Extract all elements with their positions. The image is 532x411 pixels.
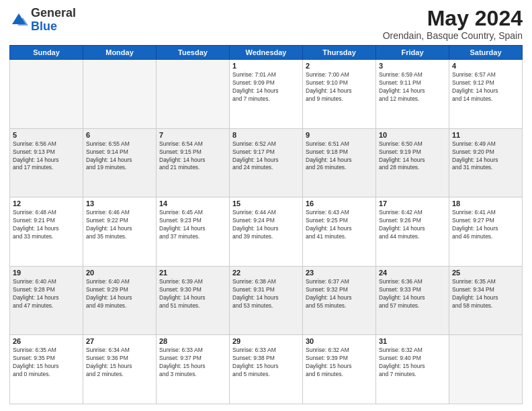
- calendar-cell: 26Sunrise: 6:35 AMSunset: 9:35 PMDayligh…: [10, 335, 83, 404]
- calendar-cell: [449, 335, 523, 404]
- day-number: 30: [306, 337, 373, 345]
- day-info: Sunrise: 6:57 AMSunset: 9:12 PMDaylight:…: [452, 71, 519, 103]
- weekday-header: Friday: [376, 46, 449, 60]
- calendar-cell: 27Sunrise: 6:34 AMSunset: 9:36 PMDayligh…: [83, 335, 157, 404]
- weekday-header: Tuesday: [157, 46, 230, 60]
- day-number: 17: [379, 199, 446, 208]
- calendar-week-row: 5Sunrise: 6:56 AMSunset: 9:13 PMDaylight…: [10, 128, 523, 197]
- logo-text: General Blue: [31, 7, 76, 34]
- calendar-cell: 28Sunrise: 6:33 AMSunset: 9:37 PMDayligh…: [157, 335, 230, 404]
- calendar-cell: 2Sunrise: 7:00 AMSunset: 9:10 PMDaylight…: [303, 60, 376, 129]
- day-number: 1: [232, 62, 300, 70]
- calendar-cell: 9Sunrise: 6:51 AMSunset: 9:18 PMDaylight…: [303, 128, 376, 197]
- day-number: 25: [452, 269, 519, 277]
- day-number: 7: [159, 131, 226, 139]
- calendar-cell: 24Sunrise: 6:36 AMSunset: 9:33 PMDayligh…: [376, 266, 449, 335]
- calendar-cell: 25Sunrise: 6:35 AMSunset: 9:34 PMDayligh…: [449, 266, 523, 335]
- calendar-cell: [83, 60, 157, 129]
- calendar-cell: 23Sunrise: 6:37 AMSunset: 9:32 PMDayligh…: [303, 266, 376, 335]
- day-number: 6: [86, 131, 153, 139]
- day-number: 14: [159, 199, 226, 208]
- day-info: Sunrise: 6:59 AMSunset: 9:11 PMDaylight:…: [379, 71, 446, 103]
- day-info: Sunrise: 6:40 AMSunset: 9:29 PMDaylight:…: [86, 278, 153, 310]
- day-info: Sunrise: 6:50 AMSunset: 9:19 PMDaylight:…: [379, 140, 446, 173]
- day-info: Sunrise: 6:43 AMSunset: 9:25 PMDaylight:…: [306, 209, 373, 241]
- day-number: 5: [13, 131, 80, 139]
- day-number: 27: [86, 337, 153, 345]
- calendar-cell: 15Sunrise: 6:44 AMSunset: 9:24 PMDayligh…: [230, 197, 303, 267]
- calendar-week-row: 1Sunrise: 7:01 AMSunset: 9:09 PMDaylight…: [10, 60, 523, 129]
- calendar-cell: 13Sunrise: 6:46 AMSunset: 9:22 PMDayligh…: [83, 197, 157, 267]
- day-number: 10: [379, 131, 446, 139]
- day-number: 20: [86, 269, 153, 277]
- calendar-cell: 19Sunrise: 6:40 AMSunset: 9:28 PMDayligh…: [10, 266, 83, 335]
- calendar-cell: 7Sunrise: 6:54 AMSunset: 9:15 PMDaylight…: [157, 128, 230, 197]
- calendar-cell: 22Sunrise: 6:38 AMSunset: 9:31 PMDayligh…: [230, 266, 303, 335]
- day-info: Sunrise: 6:51 AMSunset: 9:18 PMDaylight:…: [306, 140, 373, 173]
- day-number: 21: [159, 269, 226, 277]
- day-number: 13: [86, 199, 153, 208]
- calendar-cell: 16Sunrise: 6:43 AMSunset: 9:25 PMDayligh…: [303, 197, 376, 267]
- title-block: May 2024 Orendain, Basque Country, Spain: [383, 7, 523, 41]
- calendar-cell: 21Sunrise: 6:39 AMSunset: 9:30 PMDayligh…: [157, 266, 230, 335]
- day-info: Sunrise: 6:52 AMSunset: 9:17 PMDaylight:…: [232, 140, 300, 173]
- day-number: 16: [306, 199, 373, 208]
- calendar-cell: 10Sunrise: 6:50 AMSunset: 9:19 PMDayligh…: [376, 128, 449, 197]
- calendar-cell: 17Sunrise: 6:42 AMSunset: 9:26 PMDayligh…: [376, 197, 449, 267]
- day-number: 2: [306, 62, 373, 70]
- day-info: Sunrise: 6:56 AMSunset: 9:13 PMDaylight:…: [13, 140, 80, 173]
- calendar-cell: [10, 60, 83, 129]
- day-number: 24: [379, 269, 446, 277]
- weekday-header: Thursday: [303, 46, 376, 60]
- day-info: Sunrise: 6:48 AMSunset: 9:21 PMDaylight:…: [13, 209, 80, 241]
- day-info: Sunrise: 6:49 AMSunset: 9:20 PMDaylight:…: [452, 140, 519, 173]
- day-info: Sunrise: 6:39 AMSunset: 9:30 PMDaylight:…: [159, 278, 226, 310]
- day-number: 12: [13, 199, 80, 208]
- day-info: Sunrise: 6:40 AMSunset: 9:28 PMDaylight:…: [13, 278, 80, 310]
- day-number: 4: [452, 62, 519, 70]
- logo: General Blue: [9, 7, 76, 34]
- calendar-cell: 20Sunrise: 6:40 AMSunset: 9:29 PMDayligh…: [83, 266, 157, 335]
- day-info: Sunrise: 6:38 AMSunset: 9:31 PMDaylight:…: [232, 278, 300, 310]
- day-number: 31: [379, 337, 446, 345]
- calendar-cell: 3Sunrise: 6:59 AMSunset: 9:11 PMDaylight…: [376, 60, 449, 129]
- logo-icon: [9, 11, 28, 30]
- calendar-week-row: 19Sunrise: 6:40 AMSunset: 9:28 PMDayligh…: [10, 266, 523, 335]
- calendar-cell: [157, 60, 230, 129]
- weekday-header: Monday: [83, 46, 157, 60]
- day-number: 3: [379, 62, 446, 70]
- calendar-cell: 4Sunrise: 6:57 AMSunset: 9:12 PMDaylight…: [449, 60, 523, 129]
- day-number: 23: [306, 269, 373, 277]
- calendar-week-row: 12Sunrise: 6:48 AMSunset: 9:21 PMDayligh…: [10, 197, 523, 267]
- month-title: May 2024: [383, 7, 523, 30]
- calendar-cell: 29Sunrise: 6:33 AMSunset: 9:38 PMDayligh…: [230, 335, 303, 404]
- day-number: 11: [452, 131, 519, 139]
- day-info: Sunrise: 6:35 AMSunset: 9:34 PMDaylight:…: [452, 278, 519, 310]
- day-number: 22: [232, 269, 300, 277]
- weekday-header-row: SundayMondayTuesdayWednesdayThursdayFrid…: [10, 46, 523, 60]
- logo-blue: Blue: [31, 19, 57, 33]
- weekday-header: Sunday: [10, 46, 83, 60]
- day-number: 9: [306, 131, 373, 139]
- calendar-week-row: 26Sunrise: 6:35 AMSunset: 9:35 PMDayligh…: [10, 335, 523, 404]
- day-info: Sunrise: 6:37 AMSunset: 9:32 PMDaylight:…: [306, 278, 373, 310]
- day-info: Sunrise: 6:42 AMSunset: 9:26 PMDaylight:…: [379, 209, 446, 241]
- day-info: Sunrise: 6:33 AMSunset: 9:37 PMDaylight:…: [159, 347, 226, 379]
- calendar-cell: 8Sunrise: 6:52 AMSunset: 9:17 PMDaylight…: [230, 128, 303, 197]
- calendar-cell: 12Sunrise: 6:48 AMSunset: 9:21 PMDayligh…: [10, 197, 83, 267]
- day-info: Sunrise: 6:36 AMSunset: 9:33 PMDaylight:…: [379, 278, 446, 310]
- day-info: Sunrise: 6:35 AMSunset: 9:35 PMDaylight:…: [13, 347, 80, 379]
- calendar-cell: 11Sunrise: 6:49 AMSunset: 9:20 PMDayligh…: [449, 128, 523, 197]
- weekday-header: Saturday: [449, 46, 523, 60]
- day-info: Sunrise: 6:32 AMSunset: 9:39 PMDaylight:…: [306, 347, 373, 379]
- weekday-header: Wednesday: [230, 46, 303, 60]
- day-number: 28: [159, 337, 226, 345]
- day-info: Sunrise: 6:54 AMSunset: 9:15 PMDaylight:…: [159, 140, 226, 173]
- day-number: 18: [452, 199, 519, 208]
- calendar-cell: 30Sunrise: 6:32 AMSunset: 9:39 PMDayligh…: [303, 335, 376, 404]
- day-info: Sunrise: 7:00 AMSunset: 9:10 PMDaylight:…: [306, 71, 373, 103]
- calendar-cell: 18Sunrise: 6:41 AMSunset: 9:27 PMDayligh…: [449, 197, 523, 267]
- calendar-cell: 5Sunrise: 6:56 AMSunset: 9:13 PMDaylight…: [10, 128, 83, 197]
- page: General Blue May 2024 Orendain, Basque C…: [0, 0, 532, 411]
- day-info: Sunrise: 6:45 AMSunset: 9:23 PMDaylight:…: [159, 209, 226, 241]
